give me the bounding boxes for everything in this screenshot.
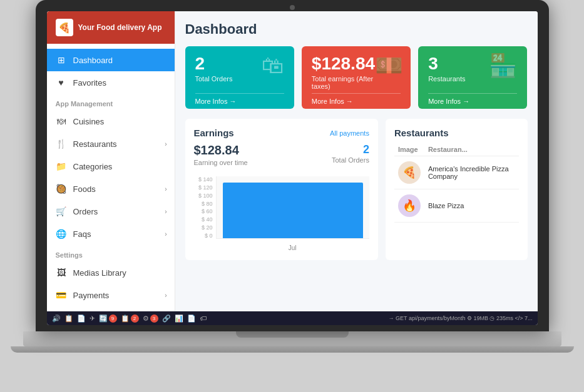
sidebar-nav: ⊞ Dashboard ♥ Favorites App Management 🍽… xyxy=(47,44,175,311)
chart-yaxis: $ 140 $ 120 $ 100 $ 80 $ 60 $ 40 $ 20 $ … xyxy=(194,176,213,239)
status-icon-4[interactable]: ✈ xyxy=(90,314,95,323)
restaurants-panel: Restaurants Image Restauran... xyxy=(386,119,528,260)
restaurants-icon: 🍴 xyxy=(56,138,67,149)
status-icon-1[interactable]: 🔊 xyxy=(52,314,61,323)
earnings-panel: Earnings All payments $128.84 Earning ov… xyxy=(185,119,378,260)
restaurant-avatar-1: 🍕 xyxy=(398,161,421,184)
orders-label: Orders xyxy=(73,207,98,216)
restaurants-panel-title: Restaurants xyxy=(394,128,449,138)
sidebar-item-favorites[interactable]: ♥ Favorites xyxy=(47,71,175,94)
all-payments-link[interactable]: All payments xyxy=(330,129,369,137)
sidebar-item-dashboard[interactable]: ⊞ Dashboard xyxy=(47,49,175,71)
sidebar-item-orders[interactable]: 🛒 Orders › xyxy=(47,200,175,223)
status-icon-5[interactable]: 🔄 xyxy=(99,314,108,323)
status-icon-6[interactable]: 📋 xyxy=(121,314,130,323)
app-title: Your Food delivery App xyxy=(78,23,162,32)
earnings-right: 2 Total Orders xyxy=(332,143,369,173)
earnings-panel-title: Earnings xyxy=(194,128,234,138)
restaurants-table: Image Restauran... 🍕 Am xyxy=(394,143,519,223)
restaurant-name-1: America's Incredible Pizza Company xyxy=(424,156,519,189)
status-icon-7[interactable]: ⚙ xyxy=(143,314,149,323)
restaurants-more-info[interactable]: More Infos → xyxy=(428,93,517,109)
restaurants-table-header-row: Image Restauran... xyxy=(394,143,519,156)
status-icon-9[interactable]: 📊 xyxy=(175,314,183,323)
status-icon-3[interactable]: 📄 xyxy=(77,314,86,323)
total-orders-count: 2 xyxy=(332,143,369,156)
page-title: Dashboard xyxy=(185,21,528,38)
earnings-chart: $ 140 $ 120 $ 100 $ 80 $ 60 $ 40 $ 20 $ … xyxy=(194,176,369,251)
orders-stat-icon: 🛍 xyxy=(262,53,284,79)
restaurants-label: Restaurants xyxy=(73,139,117,149)
sidebar-item-categories[interactable]: 📁 Categories xyxy=(47,155,175,178)
status-icon-8[interactable]: 🔗 xyxy=(162,314,171,323)
orders-chevron: › xyxy=(165,208,166,215)
categories-icon: 📁 xyxy=(56,161,67,172)
sidebar-item-medias[interactable]: 🖼 Medias Library xyxy=(47,261,175,284)
payments-chevron: › xyxy=(165,292,166,299)
stats-row: 2 Total Orders 🛍 More Infos → xyxy=(185,46,528,109)
laptop-container: 🍕 Your Food delivery App ⊞ Dashboard ♥ F… xyxy=(0,0,584,392)
stat-card-restaurants-body: 3 Restaurants 🏪 xyxy=(428,55,517,83)
foods-label: Foods xyxy=(73,184,96,194)
stat-card-earnings: $128.84 Total earnings (After taxes) 💵 M… xyxy=(302,46,411,109)
earnings-label: Total earnings (After taxes) xyxy=(312,75,375,90)
badge-2: 2 xyxy=(131,314,139,323)
status-bar: 🔊 📋 📄 ✈ 🔄 9 📋 2 ⚙ 3 🔗 📊 📄 🏷 → GET api/pa… xyxy=(47,311,538,325)
payments-icon: 💳 xyxy=(56,289,67,301)
col-image: Image xyxy=(394,143,424,156)
restaurants-stat-icon: 🏪 xyxy=(489,53,517,79)
chart-bars xyxy=(216,176,369,239)
total-orders-label: Total Orders xyxy=(332,156,369,164)
badge-9: 9 xyxy=(109,314,117,323)
table-row: 🍕 America's Incredible Pizza Company xyxy=(394,156,519,189)
orders-label: Total Orders xyxy=(195,75,233,83)
laptop-notch xyxy=(236,331,349,338)
sidebar-item-foods[interactable]: 🥘 Foods › xyxy=(47,178,175,200)
stat-card-earnings-body: $128.84 Total earnings (After taxes) 💵 xyxy=(312,55,401,90)
cuisines-label: Cuisines xyxy=(73,117,105,126)
foods-chevron: › xyxy=(165,186,166,193)
chart-bar-jul xyxy=(223,183,363,238)
earnings-number: $128.84 xyxy=(312,55,375,73)
faqs-icon: 🌐 xyxy=(56,228,67,239)
sidebar-item-cuisines[interactable]: 🍽 Cuisines xyxy=(47,110,175,133)
earnings-left: $128.84 Earning over time xyxy=(194,143,248,173)
faqs-label: Faqs xyxy=(73,229,91,239)
categories-label: Categories xyxy=(73,162,113,171)
medias-icon: 🖼 xyxy=(56,267,67,278)
faqs-chevron: › xyxy=(165,231,166,238)
stat-card-orders: 2 Total Orders 🛍 More Infos → xyxy=(185,46,294,109)
restaurant-img-cell: 🍕 xyxy=(394,156,424,189)
payments-label: Payments xyxy=(73,291,110,300)
restaurant-img-cell-2: 🔥 xyxy=(394,189,424,223)
status-icon-2[interactable]: 📋 xyxy=(64,314,73,323)
earnings-sublabel: Earning over time xyxy=(194,159,248,166)
app-logo: 🍕 xyxy=(56,19,73,36)
status-icon-11[interactable]: 🏷 xyxy=(200,314,207,322)
dashboard-icon: ⊞ xyxy=(56,54,67,66)
orders-icon: 🛒 xyxy=(56,206,67,217)
orders-stat-text: 2 Total Orders xyxy=(195,55,233,83)
chart-xlabel: Jul xyxy=(216,244,369,251)
earnings-more-info[interactable]: More Infos → xyxy=(312,93,401,109)
settings-section: Settings xyxy=(47,245,175,261)
sidebar-item-payments[interactable]: 💳 Payments › xyxy=(47,284,175,306)
api-info: → GET api/payments/byMonth ⚙ 19MB ◷ 235m… xyxy=(389,315,533,321)
col-name: Restauran... xyxy=(424,143,519,156)
sidebar-item-faqs[interactable]: 🌐 Faqs › xyxy=(47,223,175,245)
restaurants-stat-label: Restaurants xyxy=(428,75,465,83)
sidebar-item-restaurants[interactable]: 🍴 Restaurants › xyxy=(47,133,175,155)
restaurants-table-head: Image Restauran... xyxy=(394,143,519,156)
laptop-bottom xyxy=(11,346,574,353)
status-right: → GET api/payments/byMonth ⚙ 19MB ◷ 235m… xyxy=(389,315,533,321)
orders-number: 2 xyxy=(195,55,233,73)
table-row: 🔥 Blaze Pizza xyxy=(394,189,519,223)
medias-label: Medias Library xyxy=(73,268,126,278)
restaurant-name-2: Blaze Pizza xyxy=(424,189,519,223)
sidebar-dashboard-label: Dashboard xyxy=(73,56,113,65)
restaurants-chevron: › xyxy=(165,141,166,148)
status-icon-10[interactable]: 📄 xyxy=(187,314,196,323)
orders-more-info[interactable]: More Infos → xyxy=(195,93,284,109)
screen: 🍕 Your Food delivery App ⊞ Dashboard ♥ F… xyxy=(47,11,538,325)
foods-icon: 🥘 xyxy=(56,183,67,194)
